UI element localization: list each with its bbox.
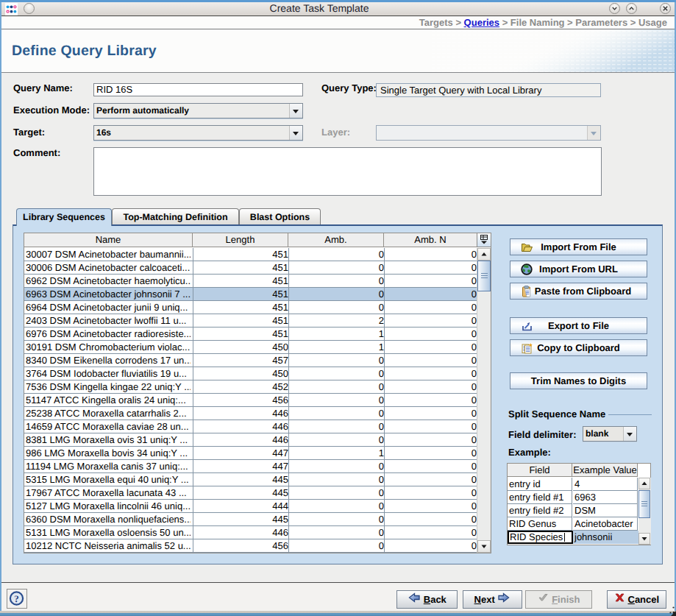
svg-text:?: ? [14, 593, 19, 604]
